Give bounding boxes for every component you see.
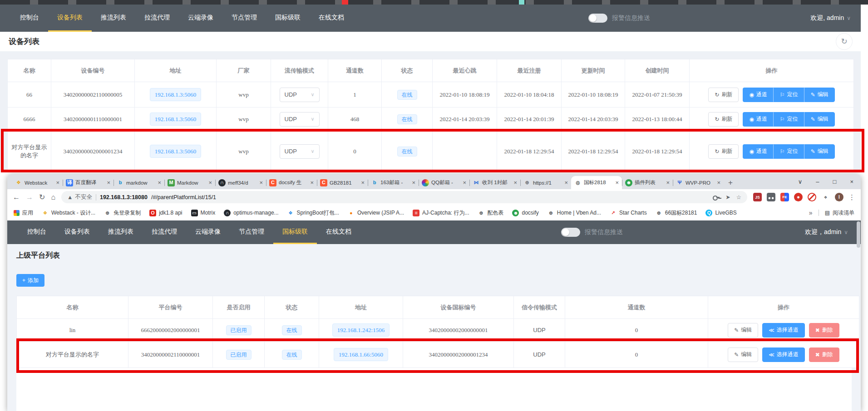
select-channels-button[interactable]: ≪选择通道: [762, 347, 805, 362]
bookmark-item[interactable]: QLiveGBS: [705, 210, 736, 216]
home-button[interactable]: ⌂: [51, 193, 55, 201]
new-tab-button[interactable]: +: [724, 176, 737, 189]
bookmark-apps[interactable]: 应用: [14, 209, 33, 217]
delete-platform-button[interactable]: ✖删除: [809, 347, 839, 362]
browser-tab[interactable]: ∩meff34/d×: [215, 176, 266, 189]
nav-item-console[interactable]: 控制台: [11, 5, 48, 32]
browser-tab[interactable]: bmarkdow×: [113, 176, 164, 189]
edit-button[interactable]: ✎编辑: [804, 144, 835, 159]
transport-select[interactable]: UDP∨: [280, 144, 320, 159]
adblock-hand-icon[interactable]: ✸: [794, 193, 803, 201]
nav-item-node-manage[interactable]: 节点管理: [230, 220, 273, 244]
address-bar[interactable]: ▲不安全 192.168.1.3:18080/#/parentPlatformL…: [61, 191, 747, 203]
browser-tab[interactable]: ⊕https://1×: [520, 176, 571, 189]
locate-button[interactable]: ⚐定位: [774, 88, 804, 102]
welcome-menu[interactable]: 欢迎，admin∨: [805, 228, 848, 236]
bookmark-item[interactable]: ⊕免登录复制: [104, 209, 141, 217]
bookmark-item[interactable]: ❖Webstack - 设计...: [42, 209, 95, 217]
tab-close-icon[interactable]: ×: [208, 179, 212, 186]
tab-close-icon[interactable]: ×: [310, 179, 314, 186]
transport-select[interactable]: UDP∨: [280, 112, 320, 127]
tab-close-icon[interactable]: ×: [564, 179, 568, 186]
puzzle-extensions-icon[interactable]: ❖: [821, 193, 830, 201]
browser-tab[interactable]: Cdocsify 生×: [266, 176, 317, 189]
delete-platform-button[interactable]: ✖删除: [809, 323, 839, 338]
refresh-device-button[interactable]: ↻刷新: [708, 88, 739, 102]
platform-address-button[interactable]: 192.168.1.242:1506: [332, 323, 390, 337]
browser-tab[interactable]: QQ邮箱 -×: [419, 176, 469, 189]
nav-item-device-list[interactable]: 设备列表: [55, 220, 99, 244]
tab-close-icon[interactable]: ×: [717, 179, 720, 186]
edit-button[interactable]: ✎编辑: [804, 88, 835, 102]
bookmark-item[interactable]: Ojdk1.8 api: [149, 210, 182, 216]
minimize-button[interactable]: –: [816, 178, 819, 185]
platform-address-button[interactable]: 192.168.1.66:5060: [334, 348, 388, 361]
tab-close-icon[interactable]: ×: [615, 179, 619, 186]
bookmark-item[interactable]: ⊕Home | Vben Ad...: [547, 210, 601, 216]
bookmark-item[interactable]: ∩optimus-manage...: [224, 210, 278, 216]
channels-button[interactable]: ◉通道: [743, 88, 773, 102]
bookmark-item[interactable]: ▭Motrix: [191, 210, 216, 216]
tab-close-icon[interactable]: ×: [107, 179, 110, 186]
nav-item-online-docs[interactable]: 在线文档: [310, 5, 353, 32]
js-extension-icon[interactable]: JS: [753, 193, 762, 201]
select-channels-button[interactable]: ≪选择通道: [762, 323, 805, 338]
nav-item-node-manage[interactable]: 节点管理: [222, 5, 266, 32]
alarm-push-toggle[interactable]: [588, 14, 607, 23]
nav-item-push-list[interactable]: 推流列表: [99, 220, 143, 244]
alarm-push-toggle[interactable]: [561, 228, 580, 237]
edit-platform-button[interactable]: ✎编辑: [728, 323, 758, 338]
maximize-button[interactable]: □: [833, 178, 837, 185]
nav-item-gb-cascade[interactable]: 国标级联: [273, 220, 317, 244]
edit-platform-button[interactable]: ✎编辑: [728, 347, 758, 362]
fe-extension-icon[interactable]: FE: [780, 193, 789, 201]
tab-close-icon[interactable]: ×: [666, 179, 670, 186]
bookmark-item[interactable]: ❖SpringBoot打包...: [287, 209, 339, 217]
bookmark-item[interactable]: ⊕配色表: [478, 209, 503, 217]
bookmark-item[interactable]: ●Overview (JSIP A...: [348, 210, 404, 216]
browser-tab[interactable]: CGB28181×: [317, 176, 368, 189]
tab-close-icon[interactable]: ×: [259, 179, 263, 186]
send-icon[interactable]: ➤: [725, 194, 730, 201]
nav-item-pull-proxy[interactable]: 拉流代理: [143, 220, 186, 244]
channels-button[interactable]: ◉通道: [743, 112, 773, 127]
device-address-button[interactable]: 192.168.1.3:5060: [150, 113, 201, 126]
browser-tab[interactable]: b163邮箱 -×: [368, 176, 419, 189]
bookmarks-overflow-icon[interactable]: »: [809, 209, 813, 216]
browser-menu-icon[interactable]: ⋮: [848, 193, 855, 201]
tab-close-icon[interactable]: ×: [513, 179, 517, 186]
tab-close-icon[interactable]: ×: [56, 179, 59, 186]
edit-button[interactable]: ✎编辑: [804, 112, 835, 127]
welcome-menu[interactable]: 欢迎, admin∨: [810, 14, 851, 22]
browser-tab[interactable]: MMarkdow×: [164, 176, 215, 189]
bookmark-item[interactable]: ☻docsify: [512, 210, 538, 216]
password-key-icon[interactable]: [713, 195, 720, 200]
transport-select[interactable]: UDP∨: [280, 88, 320, 102]
refresh-page-button[interactable]: ↻: [836, 33, 853, 50]
bookmark-item[interactable]: ⊕66国标28181: [656, 209, 697, 217]
tab-close-icon[interactable]: ×: [463, 179, 466, 186]
browser-tab[interactable]: ❖Webstack×: [12, 176, 63, 189]
tab-close-icon[interactable]: ×: [158, 179, 161, 186]
reading-list-button[interactable]: ▤阅读清单: [825, 209, 854, 217]
nav-item-pull-proxy[interactable]: 拉流代理: [135, 5, 179, 32]
device-address-button[interactable]: 192.168.1.3:5060: [150, 88, 201, 101]
incognito-mask-icon[interactable]: [767, 193, 775, 201]
browser-tab-active[interactable]: ◍国标2818×: [571, 176, 622, 189]
locate-button[interactable]: ⚐定位: [774, 144, 804, 159]
close-window-button[interactable]: ×: [850, 178, 853, 185]
forward-button[interactable]: →: [26, 193, 33, 201]
add-platform-button[interactable]: +添加: [16, 274, 44, 287]
tab-close-icon[interactable]: ×: [361, 179, 365, 186]
nav-item-gb-cascade[interactable]: 国标级联: [266, 5, 310, 32]
browser-tab[interactable]: ☻插件列表×: [622, 176, 673, 189]
channels-button[interactable]: ◉通道: [743, 144, 773, 159]
nav-item-push-list[interactable]: 推流列表: [92, 5, 135, 32]
nav-item-console[interactable]: 控制台: [18, 220, 55, 244]
back-button[interactable]: ←: [13, 193, 20, 201]
refresh-device-button[interactable]: ↻刷新: [708, 112, 739, 127]
nav-item-online-docs[interactable]: 在线文档: [317, 220, 360, 244]
browser-tab[interactable]: ΨWVP-PRO×: [673, 176, 724, 189]
page-scrollbar-thumb[interactable]: [857, 221, 860, 248]
device-address-button[interactable]: 192.168.1.3:5060: [150, 145, 201, 158]
